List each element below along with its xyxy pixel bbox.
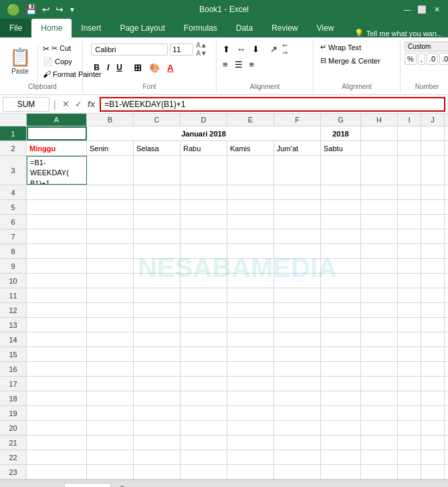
cell-j6[interactable] <box>421 215 445 229</box>
cell-e5[interactable] <box>227 200 274 214</box>
sheet-tab-sheet1[interactable]: Sheet1 <box>64 483 111 487</box>
cell-f9[interactable] <box>274 259 321 273</box>
cell-b13[interactable] <box>87 318 134 332</box>
cell-j15[interactable] <box>421 347 445 361</box>
maximize-btn[interactable]: ⬜ <box>416 3 428 15</box>
cell-d3[interactable] <box>181 156 227 185</box>
cell-f19[interactable] <box>274 406 321 420</box>
cell-h8[interactable] <box>361 244 398 258</box>
cell-f4[interactable] <box>274 185 321 199</box>
cell-b21[interactable] <box>87 435 134 450</box>
cell-j17[interactable] <box>421 377 445 391</box>
cell-d14[interactable] <box>181 332 227 347</box>
cell-c17[interactable] <box>134 377 181 391</box>
cell-j9[interactable] <box>421 259 445 273</box>
cell-b12[interactable] <box>87 303 134 317</box>
cell-h13[interactable] <box>361 318 398 332</box>
cell-a13[interactable] <box>27 318 87 332</box>
cell-c7[interactable] <box>134 229 181 243</box>
cell-e13[interactable] <box>227 318 274 332</box>
cell-j3[interactable] <box>421 156 445 185</box>
font-color-button[interactable]: A <box>164 62 176 74</box>
col-header-j[interactable]: J <box>421 114 445 126</box>
cell-b7[interactable] <box>87 229 134 243</box>
cell-j12[interactable] <box>421 303 445 317</box>
col-header-b[interactable]: B <box>87 114 134 126</box>
cell-j13[interactable] <box>421 318 445 332</box>
tab-insert[interactable]: Insert <box>72 19 110 37</box>
cell-b2[interactable]: Senin <box>87 141 134 155</box>
cell-i18[interactable] <box>398 391 421 405</box>
cell-g14[interactable] <box>321 332 361 347</box>
cell-j10[interactable] <box>421 274 445 288</box>
cell-j14[interactable] <box>421 332 445 347</box>
col-header-h[interactable]: H <box>361 114 398 126</box>
cell-g19[interactable] <box>321 406 361 420</box>
number-format-select[interactable]: Custom General Number <box>405 41 448 52</box>
cell-b10[interactable] <box>87 274 134 288</box>
cell-f14[interactable] <box>274 332 321 347</box>
font-size-decrease[interactable]: A▼ <box>195 50 208 58</box>
col-header-e[interactable]: E <box>227 114 274 126</box>
cell-f23[interactable] <box>274 465 321 479</box>
cell-e7[interactable] <box>227 229 274 243</box>
cell-h15[interactable] <box>361 347 398 361</box>
cell-j4[interactable] <box>421 185 445 199</box>
row-num-15[interactable]: 15 <box>0 347 26 362</box>
cell-g2[interactable]: Sabtu <box>321 141 361 155</box>
cell-j21[interactable] <box>421 435 445 450</box>
cell-b17[interactable] <box>87 377 134 391</box>
cell-a3[interactable]: =B1-WEEKDAY(B1)+1 <box>27 156 87 185</box>
cell-i7[interactable] <box>398 229 421 243</box>
name-box[interactable] <box>3 97 49 112</box>
row-num-8[interactable]: 8 <box>0 244 26 259</box>
cell-j8[interactable] <box>421 244 445 258</box>
cell-h5[interactable] <box>361 200 398 214</box>
cell-f16[interactable] <box>274 362 321 376</box>
align-left-icon[interactable]: ≡ <box>221 58 230 71</box>
font-size-input[interactable] <box>170 43 193 56</box>
col-header-i[interactable]: I <box>398 114 421 126</box>
customize-icon[interactable]: ▼ <box>68 6 77 13</box>
cell-g13[interactable] <box>321 318 361 332</box>
decrease-indent-icon[interactable]: ⇐ <box>282 41 288 49</box>
row-num-10[interactable]: 10 <box>0 274 26 288</box>
cell-d16[interactable] <box>181 362 227 376</box>
tab-review[interactable]: Review <box>262 19 307 37</box>
borders-button[interactable]: ⊞ <box>131 61 144 74</box>
cell-i22[interactable] <box>398 450 421 464</box>
cell-j19[interactable] <box>421 406 445 420</box>
cell-i3[interactable] <box>398 156 421 185</box>
cell-h3[interactable] <box>361 156 398 185</box>
cell-b23[interactable] <box>87 465 134 479</box>
cell-h9[interactable] <box>361 259 398 273</box>
decrease-decimal-btn[interactable]: .0 <box>427 53 438 65</box>
cell-j11[interactable] <box>421 288 445 302</box>
cell-c5[interactable] <box>134 200 181 214</box>
cell-i14[interactable] <box>398 332 421 347</box>
col-header-g[interactable]: G <box>321 114 361 126</box>
cell-c16[interactable] <box>134 362 181 376</box>
cell-c3[interactable] <box>134 156 181 185</box>
cell-i15[interactable] <box>398 347 421 361</box>
cell-h7[interactable] <box>361 229 398 243</box>
cell-e18[interactable] <box>227 391 274 405</box>
wrap-text-button[interactable]: ↵ Wrap Text <box>318 41 364 53</box>
cell-g5[interactable] <box>321 200 361 214</box>
cell-a21[interactable] <box>27 435 87 450</box>
cell-a5[interactable] <box>27 200 87 214</box>
row-num-5[interactable]: 5 <box>0 200 26 215</box>
row-num-20[interactable]: 20 <box>0 421 26 435</box>
cell-d6[interactable] <box>181 215 227 229</box>
cell-e16[interactable] <box>227 362 274 376</box>
cell-e10[interactable] <box>227 274 274 288</box>
tab-data[interactable]: Data <box>227 19 262 37</box>
font-size-increase[interactable]: A▲ <box>195 41 208 50</box>
cell-a11[interactable] <box>27 288 87 302</box>
cell-d9[interactable] <box>181 259 227 273</box>
cell-c15[interactable] <box>134 347 181 361</box>
align-middle-icon[interactable]: ↔ <box>235 43 247 56</box>
cell-f3[interactable] <box>274 156 321 185</box>
cell-g17[interactable] <box>321 377 361 391</box>
increase-decimal-btn[interactable]: .00 <box>439 53 448 65</box>
